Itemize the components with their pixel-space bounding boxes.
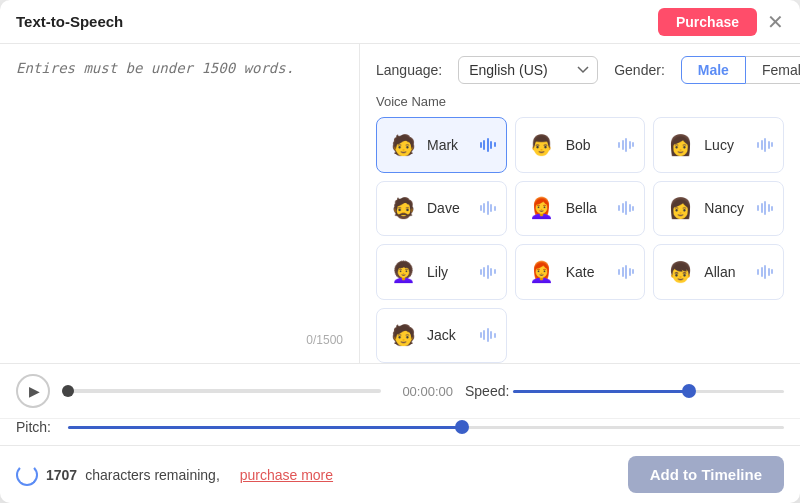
close-button[interactable]: ✕ — [767, 12, 784, 32]
speed-label: Speed: — [465, 383, 505, 399]
bottom-bar: ▶ 00:00:00 Speed: Pitch: — [0, 363, 800, 445]
refresh-icon — [16, 464, 38, 486]
speed-row: Speed: — [465, 383, 784, 399]
pitch-row: Pitch: — [16, 419, 784, 435]
voice-avatar-bella: 👩‍🦰 — [526, 192, 558, 224]
add-to-timeline-button[interactable]: Add to Timeline — [628, 456, 784, 493]
voice-card-bob[interactable]: 👨Bob — [515, 117, 646, 173]
gender-male-button[interactable]: Male — [681, 56, 746, 84]
speed-track[interactable] — [513, 390, 784, 393]
voice-name-lily: Lily — [427, 264, 472, 280]
language-label: Language: — [376, 62, 442, 78]
gender-label: Gender: — [614, 62, 665, 78]
voice-card-mark[interactable]: 🧑Mark — [376, 117, 507, 173]
voice-avatar-jack: 🧑 — [387, 319, 419, 351]
footer-bar: 1707 characters remaining, purchase more… — [0, 445, 800, 503]
speed-thumb — [682, 384, 696, 398]
play-button[interactable]: ▶ — [16, 374, 50, 408]
purchase-button[interactable]: Purchase — [658, 8, 757, 36]
voice-card-kate[interactable]: 👩‍🦰Kate — [515, 244, 646, 300]
purchase-more-link[interactable]: purchase more — [240, 467, 333, 483]
voice-card-lucy[interactable]: 👩Lucy — [653, 117, 784, 173]
titlebar-actions: Purchase ✕ — [658, 8, 784, 36]
voice-card-dave[interactable]: 🧔Dave — [376, 181, 507, 237]
voice-card-allan[interactable]: 👦Allan — [653, 244, 784, 300]
voice-name-lucy: Lucy — [704, 137, 749, 153]
right-panel: Language: English (US) Spanish French Ge… — [360, 44, 800, 363]
voice-avatar-bob: 👨 — [526, 129, 558, 161]
voice-name-dave: Dave — [427, 200, 472, 216]
pitch-track[interactable] — [68, 426, 784, 429]
voice-wave-lily — [480, 265, 496, 279]
playback-row: ▶ 00:00:00 Speed: — [0, 364, 800, 419]
voice-wave-lucy — [757, 138, 773, 152]
voice-name-label: Voice Name — [376, 94, 784, 109]
voice-name-nancy: Nancy — [704, 200, 749, 216]
voice-card-jack[interactable]: 🧑Jack — [376, 308, 507, 364]
main-content: 0/1500 Language: English (US) Spanish Fr… — [0, 44, 800, 363]
controls-row: Language: English (US) Spanish French Ge… — [376, 56, 784, 84]
voice-name-bob: Bob — [566, 137, 611, 153]
voice-wave-allan — [757, 265, 773, 279]
chars-count: 1707 — [46, 467, 77, 483]
voice-avatar-kate: 👩‍🦰 — [526, 256, 558, 288]
progress-thumb — [62, 385, 74, 397]
voice-wave-mark — [480, 138, 496, 152]
chars-label: characters remaining, — [85, 467, 220, 483]
voice-card-nancy[interactable]: 👩Nancy — [653, 181, 784, 237]
chars-remaining: 1707 characters remaining, purchase more — [16, 464, 333, 486]
pitch-thumb — [455, 420, 469, 434]
dialog-title: Text-to-Speech — [16, 13, 123, 30]
voice-wave-kate — [618, 265, 634, 279]
language-select[interactable]: English (US) Spanish French German — [458, 56, 598, 84]
titlebar: Text-to-Speech Purchase ✕ — [0, 0, 800, 44]
voice-wave-jack — [480, 328, 496, 342]
voice-wave-bella — [618, 201, 634, 215]
dialog: Text-to-Speech Purchase ✕ 0/1500 Languag… — [0, 0, 800, 503]
voice-avatar-nancy: 👩 — [664, 192, 696, 224]
gender-female-button[interactable]: Female — [746, 56, 800, 84]
voice-name-bella: Bella — [566, 200, 611, 216]
voice-name-kate: Kate — [566, 264, 611, 280]
time-display: 00:00:00 — [393, 384, 453, 399]
speed-fill — [513, 390, 689, 393]
voice-avatar-lily: 👩‍🦱 — [387, 256, 419, 288]
voice-avatar-lucy: 👩 — [664, 129, 696, 161]
voice-wave-nancy — [757, 201, 773, 215]
text-area-panel: 0/1500 — [0, 44, 360, 363]
play-icon: ▶ — [29, 383, 40, 399]
word-count: 0/1500 — [16, 333, 343, 347]
pitch-section: Pitch: — [0, 419, 800, 445]
progress-track[interactable] — [62, 389, 381, 393]
voice-avatar-allan: 👦 — [664, 256, 696, 288]
voice-card-bella[interactable]: 👩‍🦰Bella — [515, 181, 646, 237]
voice-wave-bob — [618, 138, 634, 152]
voice-wave-dave — [480, 201, 496, 215]
voice-name-jack: Jack — [427, 327, 472, 343]
voice-card-lily[interactable]: 👩‍🦱Lily — [376, 244, 507, 300]
voices-grid: 🧑Mark👨Bob👩Lucy🧔Dave👩‍🦰Bella👩Nancy👩‍🦱Lily… — [376, 117, 784, 363]
voice-avatar-mark: 🧑 — [387, 129, 419, 161]
voice-avatar-dave: 🧔 — [387, 192, 419, 224]
gender-group: Male Female — [681, 56, 800, 84]
pitch-fill — [68, 426, 462, 429]
voice-name-allan: Allan — [704, 264, 749, 280]
pitch-label: Pitch: — [16, 419, 56, 435]
voice-name-mark: Mark — [427, 137, 472, 153]
text-input[interactable] — [16, 60, 343, 327]
